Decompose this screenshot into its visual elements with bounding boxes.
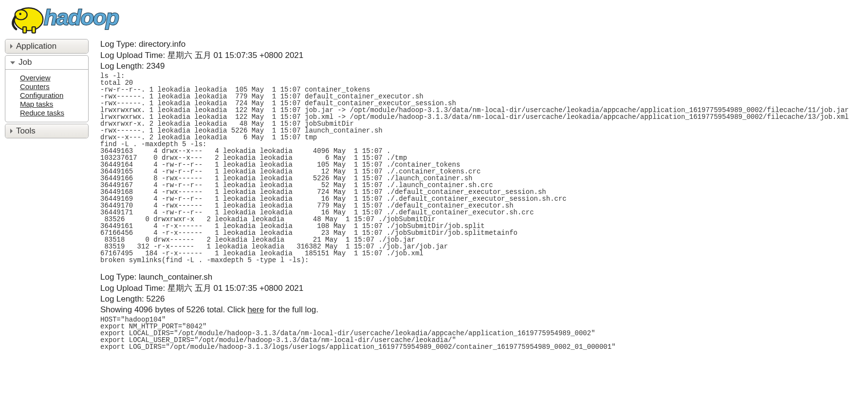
log-upload-label: Log Upload Time: <box>100 51 165 60</box>
sidebar-subitem-configuration[interactable]: Configuration <box>20 91 83 99</box>
log-type-row: Log Type: directory.info <box>100 39 863 49</box>
log-length-label: Log Length: <box>100 61 144 71</box>
log-length-value: 5226 <box>147 294 165 304</box>
full-log-link[interactable]: here <box>247 305 264 314</box>
svg-rect-3 <box>23 27 26 33</box>
sidebar-item-label: Application <box>16 41 56 51</box>
chevron-right-icon <box>10 44 13 49</box>
log-partial-suffix: for the full log. <box>264 305 318 314</box>
svg-rect-4 <box>32 27 36 33</box>
sidebar-subitem-reduce-tasks[interactable]: Reduce tasks <box>20 109 83 117</box>
sidebar-item-job[interactable]: Job <box>5 56 88 70</box>
sidebar-submenu-job: Overview Counters Configuration Map task… <box>5 70 88 122</box>
log-type-value: launch_container.sh <box>139 272 212 282</box>
log-partial-prefix: Showing 4096 bytes of 5226 total. Click <box>100 305 247 314</box>
sidebar-panel-tools: Tools <box>5 124 89 138</box>
sidebar-item-application[interactable]: Application <box>5 39 88 53</box>
log-length-row: Log Length: 2349 <box>100 61 863 71</box>
sidebar-panel-application: Application <box>5 39 89 54</box>
sidebar-subitem-overview[interactable]: Overview <box>20 74 83 82</box>
log-upload-row: Log Upload Time: 星期六 五月 01 15:07:35 +080… <box>100 283 863 294</box>
log-length-row: Log Length: 5226 <box>100 294 863 304</box>
log-type-label: Log Type: <box>100 39 136 49</box>
log-body: HOST="hadoop104" export NM_HTTP_PORT="80… <box>100 316 863 350</box>
log-body: ls -l: total 20 -rw-r--r--. 1 leokadia l… <box>100 73 863 264</box>
log-type-label: Log Type: <box>100 272 136 282</box>
log-upload-value: 星期六 五月 01 15:07:35 +0800 2021 <box>167 284 303 293</box>
chevron-right-icon <box>10 129 13 133</box>
svg-point-2 <box>19 13 21 15</box>
sidebar-panel-job: Job Overview Counters Configuration Map … <box>5 55 89 122</box>
hadoop-logo: hadoop <box>8 1 167 36</box>
log-block-launch-container: Log Type: launch_container.sh Log Upload… <box>100 272 863 350</box>
svg-text:hadoop: hadoop <box>44 5 119 30</box>
log-upload-value: 星期六 五月 01 15:07:35 +0800 2021 <box>167 51 303 60</box>
log-partial-note: Showing 4096 bytes of 5226 total. Click … <box>100 305 863 315</box>
sidebar-item-label: Job <box>18 57 32 67</box>
sidebar-item-label: Tools <box>16 126 36 136</box>
sidebar: Application Job Overview Counters Config… <box>5 39 89 140</box>
sidebar-subitem-counters[interactable]: Counters <box>20 82 83 91</box>
log-upload-label: Log Upload Time: <box>100 284 165 293</box>
sidebar-subitem-map-tasks[interactable]: Map tasks <box>20 100 83 108</box>
log-block-directory-info: Log Type: directory.info Log Upload Time… <box>100 39 863 264</box>
log-upload-row: Log Upload Time: 星期六 五月 01 15:07:35 +080… <box>100 50 863 61</box>
log-type-value: directory.info <box>139 39 185 49</box>
sidebar-item-tools[interactable]: Tools <box>5 124 88 138</box>
log-length-value: 2349 <box>147 61 165 71</box>
chevron-down-icon <box>10 61 15 64</box>
log-content: Log Type: directory.info Log Upload Time… <box>100 39 863 359</box>
log-length-label: Log Length: <box>100 294 144 304</box>
header: hadoop <box>5 0 863 39</box>
log-type-row: Log Type: launch_container.sh <box>100 272 863 282</box>
